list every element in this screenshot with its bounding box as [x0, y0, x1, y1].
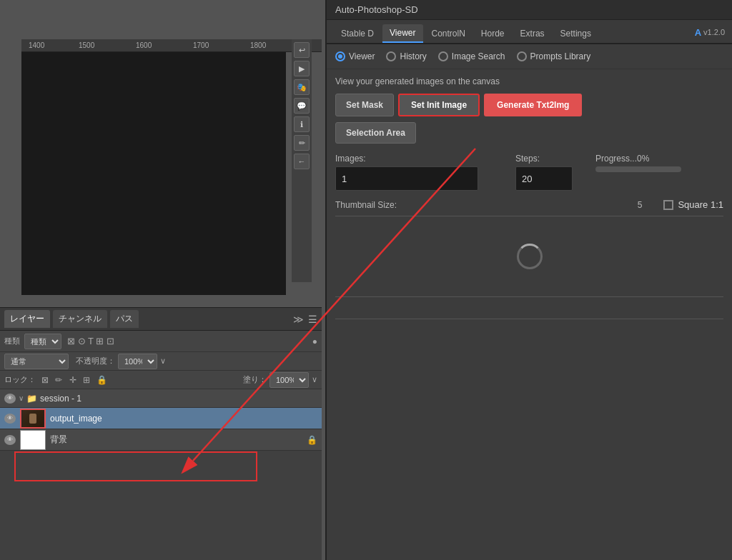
radio-promptslib-label: Prompts Library [530, 51, 591, 61]
layer-output-image[interactable]: 👁 output_image [0, 408, 322, 429]
tab-settings[interactable]: Settings [553, 25, 598, 42]
version-badge: A v1.2.0 [695, 27, 725, 41]
radio-history[interactable]: History [386, 51, 426, 61]
ruler-mark-1400: 1400 [29, 41, 44, 49]
kind-dropdown[interactable]: 種類 [24, 334, 61, 349]
folder-icon: 📁 [26, 394, 37, 404]
mask-tool[interactable]: 🎭 [294, 79, 310, 95]
divider-1 [335, 216, 723, 216]
bg-layer-name: 背景 [50, 434, 67, 446]
eye-icon-output[interactable]: 👁 [4, 414, 16, 424]
session-group: 👁 ∨ 📁 session - 1 [0, 389, 322, 408]
thumbnail-row: Thumbnail Size: 5 Square 1:1 [335, 199, 723, 210]
steps-input[interactable] [515, 166, 573, 191]
fill-label: 塗り： [243, 374, 267, 385]
secondary-buttons-row: Selection Area [335, 122, 723, 144]
panel-title: Auto-Photoshop-SD [335, 4, 418, 15]
radio-viewer[interactable]: Viewer [335, 51, 375, 61]
radio-image-search[interactable]: Image Search [438, 51, 505, 61]
layer-background[interactable]: 👁 背景 🔒 [0, 429, 322, 451]
eye-icon-session[interactable]: 👁 [4, 394, 16, 404]
kind-row: 種類 種類 ⊠ ⊙ T ⊞ ⊡ ● [0, 331, 322, 352]
radio-viewer-circle [335, 51, 345, 61]
photoshop-left-panel: 1400 1500 1600 1700 1800 ↩ ▶ 🎭 💬 ℹ ✏ ← レ… [0, 0, 322, 560]
tab-stable-d[interactable]: Stable D [334, 25, 381, 42]
tab-channels[interactable]: チャンネル [53, 310, 107, 328]
ruler-mark-1600: 1600 [136, 41, 152, 49]
panel-options-icon[interactable]: ☰ [308, 314, 317, 325]
divider-3 [335, 319, 723, 319]
fill-dropdown[interactable]: 100% [269, 372, 309, 388]
photoshop-canvas [21, 52, 286, 295]
edit-tool[interactable]: ✏ [294, 135, 310, 151]
version-text: v1.2.0 [703, 28, 725, 36]
fields-row: Images: Steps: Progress...0% [335, 154, 723, 191]
steps-field-group: Steps: [515, 154, 573, 191]
square-checkbox[interactable] [663, 200, 673, 210]
vertical-toolbar: ↩ ▶ 🎭 💬 ℹ ✏ ← [292, 39, 312, 282]
radio-history-label: History [400, 51, 426, 61]
steps-label: Steps: [515, 154, 573, 164]
subtitle: View your generated images on the canvas [335, 76, 723, 86]
ruler-mark-1500: 1500 [79, 41, 94, 49]
action-buttons-row: Set Mask Set Init Image Generate Txt2Img [335, 94, 723, 116]
filter-icons: ⊠ ⊙ T ⊞ ⊡ [67, 336, 114, 346]
play-tool[interactable]: ▶ [294, 61, 310, 76]
lock-icons: ⊠ ✏ ✛ ⊞ 🔒 [41, 375, 109, 385]
ruler-mark-1800: 1800 [250, 41, 266, 49]
set-init-image-button[interactable]: Set Init Image [398, 94, 480, 116]
thumbnail-size-value: 5 [638, 200, 643, 210]
opacity-dropdown[interactable]: 100% [118, 354, 157, 369]
images-input[interactable] [335, 166, 478, 191]
eye-icon-bg[interactable]: 👁 [4, 435, 16, 445]
tab-viewer[interactable]: Viewer [382, 24, 422, 43]
thumbnail-size-label: Thumbnail Size: [335, 200, 397, 210]
progress-label: Progress...0% [595, 154, 681, 164]
expand-icon[interactable]: ∨ [19, 394, 24, 402]
square-label: Square 1:1 [678, 199, 723, 210]
viewer-content: View your generated images on the canvas… [327, 69, 732, 332]
comment-tool[interactable]: 💬 [294, 98, 310, 114]
radio-prompts-library[interactable]: Prompts Library [517, 51, 591, 61]
generate-txt2img-button[interactable]: Generate Txt2Img [484, 94, 582, 116]
radio-history-circle [386, 51, 396, 61]
info-tool[interactable]: ℹ [294, 116, 310, 132]
tab-layers[interactable]: レイヤー [4, 310, 50, 328]
ruler-mark-1700: 1700 [193, 41, 209, 49]
session-label: session - 1 [40, 394, 81, 404]
blend-dropdown[interactable]: 通常 [4, 354, 69, 369]
kind-label: 種類 [4, 336, 20, 346]
nav-tabs: Stable D Viewer ControlN Horde Extras Se… [327, 20, 732, 44]
ruler: 1400 1500 1600 1700 1800 [21, 39, 322, 52]
back-tool[interactable]: ← [294, 154, 310, 169]
tab-paths[interactable]: パス [110, 310, 139, 328]
radio-viewer-label: Viewer [349, 51, 375, 61]
tab-extras[interactable]: Extras [513, 25, 552, 42]
set-mask-button[interactable]: Set Mask [335, 94, 394, 116]
fill-arrow[interactable]: ∨ [312, 375, 317, 384]
output-thumbnail [20, 409, 46, 429]
progress-bar [595, 166, 681, 172]
undo-tool[interactable]: ↩ [294, 42, 310, 58]
layers-header: レイヤー チャンネル パス ≫ ☰ [0, 308, 322, 331]
bg-lock-icon: 🔒 [307, 435, 317, 445]
radio-tabs: Viewer History Image Search Prompts Libr… [327, 44, 732, 69]
tab-controlnet[interactable]: ControlN [425, 25, 473, 42]
lock-label: ロック： [4, 374, 36, 385]
layers-panel: レイヤー チャンネル パス ≫ ☰ 種類 種類 ⊠ ⊙ T ⊞ ⊡ ● 通常 不… [0, 307, 322, 560]
loading-spinner [517, 244, 543, 269]
images-label: Images: [335, 154, 478, 164]
output-layer-name: output_image [50, 414, 102, 424]
progress-group: Progress...0% [595, 154, 681, 172]
panel-menu-icon[interactable]: ≫ [293, 314, 304, 325]
fx-icon: ● [312, 336, 317, 346]
selection-area-button[interactable]: Selection Area [335, 122, 416, 144]
radio-imgsearch-label: Image Search [452, 51, 505, 61]
opacity-arrow[interactable]: ∨ [160, 356, 166, 366]
images-field-group: Images: [335, 154, 478, 191]
lock-row: ロック： ⊠ ✏ ✛ ⊞ 🔒 塗り： 100% ∨ [0, 371, 322, 389]
panel-title-bar: Auto-Photoshop-SD [327, 0, 732, 20]
radio-promptslib-circle [517, 51, 527, 61]
tab-horde[interactable]: Horde [474, 25, 512, 42]
bg-thumbnail [20, 430, 46, 450]
